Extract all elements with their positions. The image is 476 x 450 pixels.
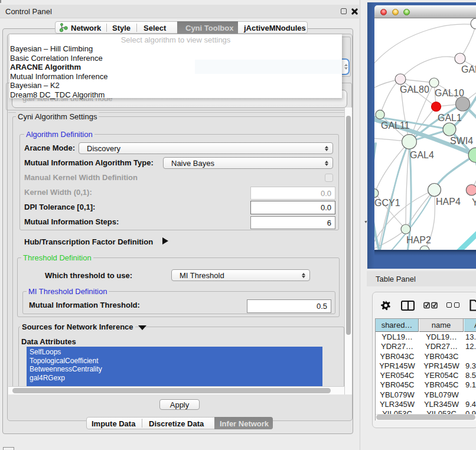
svg-text:Y: Y	[472, 197, 476, 207]
svg-text:GAL4: GAL4	[410, 150, 434, 160]
svg-text:GAL7: GAL7	[461, 64, 476, 74]
svg-text:GAL10: GAL10	[435, 88, 464, 98]
svg-text:GCY1: GCY1	[374, 198, 400, 208]
svg-text:GAL1: GAL1	[438, 113, 462, 123]
svg-text:HAP4: HAP4	[436, 197, 461, 207]
svg-text:HAP2: HAP2	[406, 235, 431, 245]
svg-text:GAL80: GAL80	[400, 84, 429, 94]
svg-text:GAL11: GAL11	[381, 120, 410, 131]
svg-text:SWI4: SWI4	[450, 136, 473, 146]
